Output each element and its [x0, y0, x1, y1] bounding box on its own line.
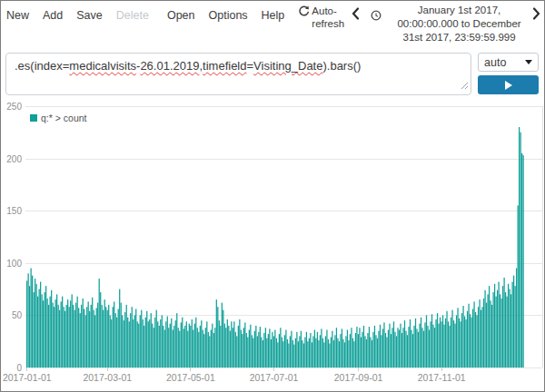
- bar[interactable]: [358, 334, 359, 368]
- bar[interactable]: [222, 303, 223, 368]
- bar[interactable]: [393, 321, 394, 368]
- bar[interactable]: [69, 307, 70, 368]
- bar[interactable]: [260, 327, 261, 368]
- bar[interactable]: [500, 299, 501, 368]
- bar[interactable]: [290, 336, 291, 368]
- bar[interactable]: [214, 328, 215, 368]
- bar[interactable]: [451, 318, 451, 368]
- bar[interactable]: [122, 315, 123, 368]
- bar[interactable]: [34, 292, 35, 368]
- bar[interactable]: [471, 318, 471, 368]
- bar[interactable]: [481, 310, 481, 368]
- bar[interactable]: [119, 289, 120, 368]
- bar[interactable]: [103, 310, 104, 368]
- bar[interactable]: [293, 345, 294, 368]
- bar[interactable]: [193, 330, 193, 368]
- bar[interactable]: [287, 339, 288, 368]
- bar[interactable]: [164, 330, 165, 368]
- bar[interactable]: [107, 310, 108, 368]
- bar[interactable]: [36, 284, 37, 368]
- bar[interactable]: [345, 336, 346, 368]
- bar[interactable]: [374, 326, 375, 368]
- bar[interactable]: [509, 289, 510, 368]
- bar[interactable]: [74, 310, 75, 368]
- bar[interactable]: [80, 313, 81, 368]
- bar[interactable]: [211, 330, 212, 368]
- bar[interactable]: [37, 297, 38, 368]
- bar[interactable]: [228, 326, 229, 368]
- bar[interactable]: [352, 338, 353, 368]
- bar[interactable]: [47, 299, 48, 368]
- bar[interactable]: [171, 318, 172, 368]
- bar[interactable]: [484, 290, 485, 368]
- bar[interactable]: [152, 324, 153, 368]
- bar[interactable]: [273, 336, 274, 368]
- bar[interactable]: [143, 319, 144, 368]
- bar[interactable]: [225, 328, 226, 368]
- bar[interactable]: [184, 326, 185, 368]
- bar[interactable]: [456, 315, 457, 368]
- bar[interactable]: [175, 320, 176, 368]
- bar[interactable]: [372, 340, 372, 368]
- menu-item-save[interactable]: Save: [76, 9, 103, 22]
- bar[interactable]: [91, 305, 92, 368]
- bar[interactable]: [310, 333, 311, 368]
- bar[interactable]: [92, 298, 93, 368]
- bar[interactable]: [378, 331, 379, 368]
- bar[interactable]: [386, 338, 387, 368]
- bar[interactable]: [133, 319, 134, 368]
- bar[interactable]: [402, 328, 403, 368]
- menu-item-delete[interactable]: Delete: [116, 9, 149, 22]
- bar[interactable]: [326, 330, 327, 368]
- bar[interactable]: [257, 336, 258, 368]
- bar[interactable]: [141, 310, 142, 368]
- bar[interactable]: [227, 319, 228, 368]
- bar[interactable]: [427, 326, 428, 368]
- bar[interactable]: [88, 301, 89, 368]
- bar[interactable]: [307, 341, 308, 368]
- bar[interactable]: [55, 299, 56, 368]
- bar[interactable]: [183, 328, 184, 368]
- bar[interactable]: [364, 336, 365, 368]
- bar[interactable]: [272, 332, 272, 368]
- bar[interactable]: [391, 328, 392, 368]
- bar[interactable]: [97, 303, 98, 368]
- bar[interactable]: [440, 318, 441, 368]
- bar[interactable]: [178, 328, 179, 368]
- bar[interactable]: [519, 127, 520, 368]
- bar[interactable]: [173, 326, 174, 368]
- bar[interactable]: [233, 321, 234, 368]
- bar[interactable]: [216, 299, 217, 368]
- bar[interactable]: [394, 332, 395, 368]
- bar[interactable]: [108, 305, 109, 368]
- bar[interactable]: [401, 333, 402, 368]
- bar[interactable]: [140, 315, 141, 368]
- bar[interactable]: [195, 318, 196, 368]
- bar[interactable]: [489, 286, 490, 368]
- bar[interactable]: [355, 333, 356, 368]
- bar[interactable]: [173, 330, 173, 368]
- bar[interactable]: [247, 338, 248, 368]
- bar[interactable]: [318, 340, 319, 368]
- bar[interactable]: [442, 315, 443, 368]
- bar[interactable]: [154, 328, 154, 368]
- bar[interactable]: [220, 326, 221, 368]
- bar[interactable]: [54, 307, 54, 368]
- bar[interactable]: [353, 341, 354, 368]
- timeseries-chart[interactable]: 0501001502002502017-01-012017-03-012017-…: [1, 99, 545, 392]
- bar[interactable]: [59, 310, 60, 368]
- bar[interactable]: [408, 327, 409, 368]
- bar[interactable]: [340, 334, 341, 368]
- bar[interactable]: [282, 338, 282, 368]
- bar[interactable]: [513, 276, 514, 368]
- bar[interactable]: [472, 309, 473, 368]
- bar[interactable]: [503, 278, 504, 368]
- bar[interactable]: [312, 336, 313, 368]
- bar[interactable]: [121, 303, 122, 368]
- bar[interactable]: [347, 330, 348, 368]
- bar[interactable]: [265, 328, 266, 368]
- bar[interactable]: [263, 340, 263, 368]
- bar[interactable]: [523, 155, 524, 368]
- bar[interactable]: [494, 284, 495, 368]
- bar[interactable]: [461, 313, 462, 368]
